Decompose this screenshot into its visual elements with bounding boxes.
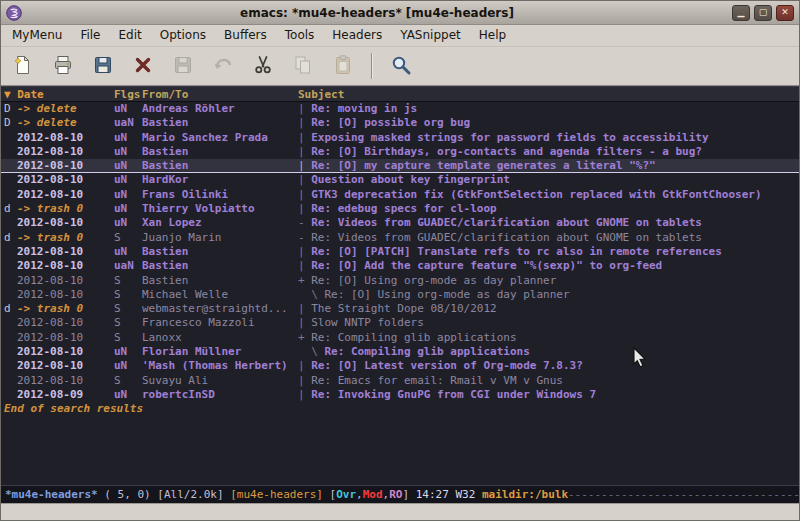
message-row[interactable]: 2012-08-10SSuvayu Ali| Re: Emacs for ema… xyxy=(1,374,799,388)
mu4e-headers-buffer[interactable]: ▼ Date Flgs From/To Subject D-> deleteuN… xyxy=(1,86,799,485)
modeline-minor-ovr: Ovr xyxy=(336,488,356,501)
menu-mymenu[interactable]: MyMenu xyxy=(3,25,71,46)
message-subject: Re: [O] [PATCH] Translate refs to rc als… xyxy=(311,245,722,259)
message-row[interactable]: 2012-08-10uNMario Sanchez Prada| Exposin… xyxy=(1,131,799,145)
message-row[interactable]: 2012-08-10SMichael Welle \ Re: [O] Using… xyxy=(1,288,799,302)
column-header-subject[interactable]: Subject xyxy=(298,87,344,101)
message-row[interactable]: 2012-08-10uN'Mash (Thomas Herbert)| Re: … xyxy=(1,359,799,373)
message-date: 2012-08-10 xyxy=(17,145,114,159)
modeline-minor-mod: Mod xyxy=(363,488,383,501)
search-button[interactable] xyxy=(384,51,418,82)
message-flags: S xyxy=(114,302,142,316)
cut-button[interactable] xyxy=(246,51,280,82)
column-header-flags[interactable]: Flgs xyxy=(114,87,142,101)
close-icon xyxy=(132,54,154,79)
message-row[interactable]: D-> deleteuaNBastien| Re: [O] possible o… xyxy=(1,116,799,130)
message-subject: Question about key fingerprint xyxy=(311,173,510,187)
message-flags: uaN xyxy=(114,116,142,130)
message-subject: Re: Emacs for email: Rmail v VM v Gnus xyxy=(311,374,563,388)
message-row[interactable]: 2012-08-10SFrancesco Mazzoli| Slow NNTP … xyxy=(1,316,799,330)
message-row[interactable]: 2012-08-10uNFlorian Müllner \ Re: Compil… xyxy=(1,345,799,359)
message-from: Andreas Röhler xyxy=(142,102,298,116)
message-row[interactable]: 2012-08-10SBastien+ Re: [O] Using org-mo… xyxy=(1,274,799,288)
thread-prefix: | xyxy=(298,245,311,259)
message-mark-char: d xyxy=(4,302,17,316)
paste-button xyxy=(326,51,360,82)
message-row[interactable]: 2012-08-10uNFrans Oilinki| GTK3 deprecat… xyxy=(1,188,799,202)
message-subject: Re: [O] my capture template generates a … xyxy=(311,159,655,173)
thread-prefix: | xyxy=(298,145,311,159)
minimize-button[interactable]: ▁ xyxy=(732,5,750,21)
message-mark-char xyxy=(4,131,17,145)
message-subject: Re: moving in js xyxy=(311,102,417,116)
column-header-date[interactable]: ▼ Date xyxy=(4,87,114,101)
modeline-time: 14:27 xyxy=(416,488,456,501)
message-subject: Re: [O] Latest version of Org-mode 7.8.3… xyxy=(311,359,583,373)
thread-prefix: | xyxy=(298,188,311,202)
search-icon xyxy=(390,54,412,79)
message-subject: Re: [O] possible org bug xyxy=(311,116,470,130)
message-flags: uN xyxy=(114,145,142,159)
print-button[interactable] xyxy=(46,51,80,82)
message-list: D-> deleteuNAndreas Röhler| Re: moving i… xyxy=(1,102,799,402)
thread-prefix: | xyxy=(298,202,311,216)
close-button[interactable]: ✕ xyxy=(776,5,794,21)
new-file-button[interactable] xyxy=(6,51,40,82)
menu-tools[interactable]: Tools xyxy=(276,25,324,46)
message-flags: uN xyxy=(114,188,142,202)
modeline-buffer-name: *mu4e-headers* xyxy=(5,488,104,501)
message-date: 2012-08-10 xyxy=(17,331,114,345)
message-date: 2012-08-10 xyxy=(17,259,114,273)
message-row[interactable]: 2012-08-10uNHardKor| Question about key … xyxy=(1,173,799,187)
message-row[interactable]: 2012-08-10uNBastien| Re: [O] my capture … xyxy=(1,159,799,173)
thread-prefix: | xyxy=(298,388,311,402)
menu-buffers[interactable]: Buffers xyxy=(215,25,276,46)
message-row[interactable]: 2012-08-10uaNBastien| Re: [O] Add the ca… xyxy=(1,259,799,273)
new-file-icon xyxy=(12,54,34,79)
maximize-button[interactable]: ▢ xyxy=(754,5,772,21)
message-from: Xan Lopez xyxy=(142,216,298,230)
menu-options[interactable]: Options xyxy=(151,25,215,46)
message-subject: The Straight Dope 08/10/2012 xyxy=(311,302,496,316)
message-from: Bastien xyxy=(142,274,298,288)
toolbar xyxy=(1,47,799,86)
message-row[interactable]: d-> trash 0Swebmaster@straightd...| The … xyxy=(1,302,799,316)
message-mark-char xyxy=(4,359,17,373)
cut-icon xyxy=(252,54,274,79)
message-row[interactable]: d-> trash 0SJuanjo Marin- Re: Videos fro… xyxy=(1,231,799,245)
print-icon xyxy=(52,54,74,79)
message-row[interactable]: 2012-08-10uNXan Lopez- Re: Videos from G… xyxy=(1,216,799,230)
close-buffer-button[interactable] xyxy=(126,51,160,82)
message-date: 2012-08-10 xyxy=(17,316,114,330)
message-flags: uaN xyxy=(114,259,142,273)
menu-file[interactable]: File xyxy=(71,25,109,46)
window-controls: ▁ ▢ ✕ xyxy=(732,5,794,21)
message-row[interactable]: 2012-08-09uNrobertcInSD| Re: Invoking Gn… xyxy=(1,388,799,402)
message-subject: Re: [O] Birthdays, org-contacts and agen… xyxy=(311,145,702,159)
thread-prefix: | xyxy=(298,316,311,330)
message-date: 2012-08-10 xyxy=(17,274,114,288)
copy-button xyxy=(286,51,320,82)
thread-prefix: | xyxy=(298,159,311,173)
message-date: 2012-08-09 xyxy=(17,388,114,402)
column-header-from[interactable]: From/To xyxy=(142,87,298,101)
modeline-comma1: , xyxy=(356,488,363,501)
menu-yasnippet[interactable]: YASnippet xyxy=(391,25,470,46)
message-mark-char: D xyxy=(4,116,17,130)
menu-help[interactable]: Help xyxy=(470,25,515,46)
message-row[interactable]: 2012-08-10uNBastien| Re: [O] Birthdays, … xyxy=(1,145,799,159)
thread-prefix: | xyxy=(298,102,311,116)
message-mark-char xyxy=(4,345,17,359)
save-button[interactable] xyxy=(86,51,120,82)
message-row[interactable]: 2012-08-10SLanoxx+ Re: Compiling glib ap… xyxy=(1,331,799,345)
message-row[interactable]: d-> trash 0uNThierry Volpiatto| Re: edeb… xyxy=(1,202,799,216)
message-row[interactable]: D-> deleteuNAndreas Röhler| Re: moving i… xyxy=(1,102,799,116)
message-subject: Re: [O] Using org-mode as day planner xyxy=(311,274,556,288)
menu-headers[interactable]: Headers xyxy=(323,25,391,46)
save-as-button xyxy=(166,51,200,82)
modeline-size: [All/2.0k] xyxy=(157,488,230,501)
menu-edit[interactable]: Edit xyxy=(110,25,151,46)
message-row[interactable]: 2012-08-10uNBastien| Re: [O] [PATCH] Tra… xyxy=(1,245,799,259)
paste-icon xyxy=(332,54,354,79)
message-subject: Exposing masked strings for password fie… xyxy=(311,131,708,145)
